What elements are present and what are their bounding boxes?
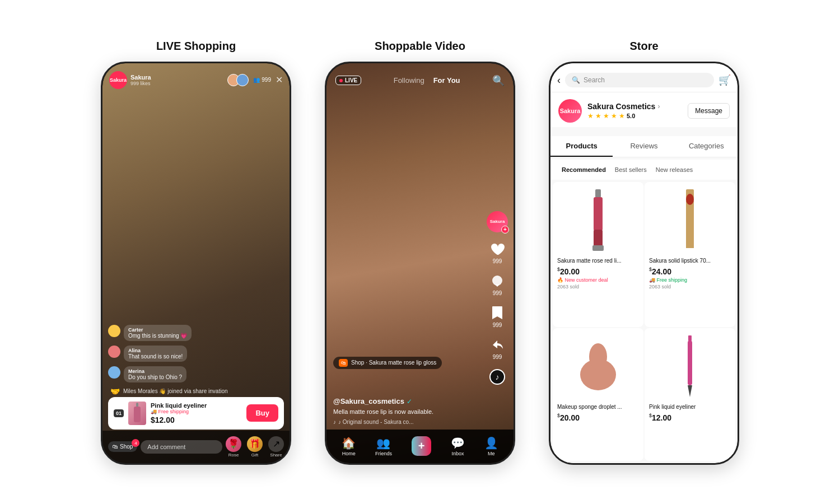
rose-item[interactable]: 🌹 Rose xyxy=(226,436,241,458)
close-icon[interactable]: ✕ xyxy=(276,74,283,85)
tiktok-logo-item: ♪ xyxy=(489,369,505,385)
svg-rect-8 xyxy=(686,228,694,248)
product-name-1: Sakura matte rose red li... xyxy=(557,257,639,264)
phone1-bottom-nav: 🛍 Shop 4 Add comment 🌹 Rose 🎁 Gift xyxy=(102,431,290,463)
nav-tabs: Following For You xyxy=(394,76,460,85)
store-name-row: Sakura Cosmetics › xyxy=(587,102,682,111)
product-card-4[interactable]: Pink liquid eyeliner $12.00 xyxy=(645,328,735,461)
product-image-3 xyxy=(557,333,639,400)
video-description: Mella matte rose lip is now available. xyxy=(333,408,480,416)
tab-reviews[interactable]: Reviews xyxy=(613,136,675,157)
rose-icon: 🌹 xyxy=(226,436,241,452)
product-sold-2: 2063 sold xyxy=(649,284,731,290)
nav-friends-label: Friends xyxy=(375,451,392,456)
star-score: 5.0 xyxy=(627,113,635,119)
tab-following[interactable]: Following xyxy=(394,76,424,85)
product-sold-1: 2063 sold xyxy=(557,284,639,290)
creator-name: @Sakura_cosmetics xyxy=(333,397,404,405)
gift-item[interactable]: 🎁 Gift xyxy=(247,436,263,458)
subtab-new-releases[interactable]: New releases xyxy=(651,164,698,175)
verified-icon: ✓ xyxy=(407,398,412,405)
product-image-1 xyxy=(557,186,639,254)
chat-message-3: Merina Do you ship to Ohio ? xyxy=(108,366,239,382)
streamer-avatar: Sakura xyxy=(109,71,127,89)
comment-icon-item[interactable]: 999 xyxy=(489,273,505,296)
viewer-avatar-2 xyxy=(236,74,249,86)
chat-text-alina: That sound is so nice! xyxy=(128,353,183,360)
search-icon[interactable]: 🔍 xyxy=(492,74,505,87)
viewer-avatars xyxy=(227,74,249,86)
nav-inbox[interactable]: 💬 Inbox xyxy=(451,436,465,456)
search-icon: 🔍 xyxy=(572,76,580,84)
right-icons-p2: Sakura + 999 999 999 xyxy=(487,211,508,385)
svg-rect-1 xyxy=(134,407,141,422)
creator-follow-btn[interactable]: Sakura + xyxy=(487,211,508,232)
nav-me[interactable]: 👤 Me xyxy=(484,436,498,456)
phone1-top-bar: Sakura Sakura 999 likes 👥 xyxy=(102,63,290,92)
share-item[interactable]: ↗ Share xyxy=(268,436,284,458)
streamer-info: Sakura Sakura 999 likes xyxy=(109,71,151,89)
svg-point-11 xyxy=(589,343,607,370)
sakura-follow-avatar: Sakura + xyxy=(487,211,508,232)
buy-button[interactable]: Buy xyxy=(246,404,278,422)
store-name: Sakura Cosmetics xyxy=(587,102,655,111)
product-card-3[interactable]: Makeup sponge droplet ... $20.00 xyxy=(553,328,643,461)
live-dot-icon xyxy=(339,79,343,82)
star-3: ★ xyxy=(603,112,609,120)
product-name-2: Sakura solid lipstick 70... xyxy=(649,257,731,264)
shop-button[interactable]: 🛍 Shop 4 xyxy=(108,441,137,452)
bookmark-icon-item[interactable]: 999 xyxy=(491,305,504,328)
product-name-3: Makeup sponge droplet ... xyxy=(557,403,639,410)
shop-tag[interactable]: 🛍 Shop · Sakura matte rose lip gloss xyxy=(333,357,442,369)
section-live-shopping: LIVE Shopping Sakura Sakura 999 likes xyxy=(101,40,291,465)
svg-rect-4 xyxy=(594,197,603,231)
gift-icon: 🎁 xyxy=(247,436,263,452)
comment-input[interactable]: Add comment xyxy=(141,440,222,454)
svg-rect-5 xyxy=(594,230,603,246)
nav-create[interactable]: + xyxy=(412,436,432,456)
store-arrow-icon: › xyxy=(657,102,660,110)
product-shipping: 🚚 Free shipping xyxy=(151,409,242,414)
sound-info: ♪ ♪ Original sound - Sakura co... xyxy=(333,419,480,425)
nav-friends[interactable]: 👥 Friends xyxy=(375,436,392,456)
product-price-3: $20.00 xyxy=(557,413,639,422)
star-5: ★ xyxy=(619,112,625,120)
tab-products[interactable]: Products xyxy=(550,136,613,157)
sound-text: ♪ Original sound - Sakura co... xyxy=(338,419,414,425)
store-search-bar[interactable]: 🔍 Search xyxy=(565,73,714,87)
product-price: $12.00 xyxy=(151,416,242,424)
live-badge: LIVE xyxy=(335,76,361,85)
nav-home-label: Home xyxy=(342,451,356,456)
sub-tabs: Recommended Best sellers New releases xyxy=(550,160,738,180)
svg-rect-0 xyxy=(136,403,138,407)
back-button[interactable]: ‹ xyxy=(557,74,561,86)
star-1: ★ xyxy=(587,112,594,120)
subtab-best-sellers[interactable]: Best sellers xyxy=(610,164,651,175)
subtab-recommended[interactable]: Recommended xyxy=(557,164,610,175)
tab-categories[interactable]: Categories xyxy=(675,136,738,157)
svg-rect-3 xyxy=(595,189,601,198)
chat-message-1: Carter Omg this is stunning 💗 xyxy=(108,325,239,341)
tiktok-bottom-nav: 🏠 Home 👥 Friends + 💬 Inbox xyxy=(326,430,514,463)
cart-button[interactable]: 🛒 xyxy=(718,74,731,86)
chat-bubble-carter: Carter Omg this is stunning 💗 xyxy=(124,325,192,341)
section2-title: Shoppable Video xyxy=(375,40,465,53)
message-button[interactable]: Message xyxy=(688,103,730,119)
top-bar-right: 👥 999 ✕ xyxy=(227,74,283,86)
phone3-top-bar: ‹ 🔍 Search 🛒 xyxy=(550,63,738,92)
product-card-2[interactable]: Sakura solid lipstick 70... $24.00 🚚 Fre… xyxy=(645,182,735,327)
product-number: 01 xyxy=(114,409,124,417)
nav-home[interactable]: 🏠 Home xyxy=(342,436,356,456)
chat-join-message: 🤝 Miles Morales 👋 joined via share invat… xyxy=(108,387,239,396)
product-image-2 xyxy=(649,186,731,254)
create-plus-button[interactable]: + xyxy=(412,436,432,456)
chat-text-merina: Do you ship to Ohio ? xyxy=(128,374,182,380)
shop-tag-text: Shop · Sakura matte rose lip gloss xyxy=(351,360,436,366)
tab-foryou[interactable]: For You xyxy=(433,76,460,85)
sections-row: LIVE Shopping Sakura Sakura 999 likes xyxy=(0,29,840,476)
share-icon-item[interactable]: 999 xyxy=(489,337,505,360)
product-grid: Sakura matte rose red li... $20.00 🔥 New… xyxy=(550,180,738,463)
section3-title: Store xyxy=(629,40,658,53)
product-card-1[interactable]: Sakura matte rose red li... $20.00 🔥 New… xyxy=(553,182,643,327)
heart-icon-item[interactable]: 999 xyxy=(489,241,505,264)
